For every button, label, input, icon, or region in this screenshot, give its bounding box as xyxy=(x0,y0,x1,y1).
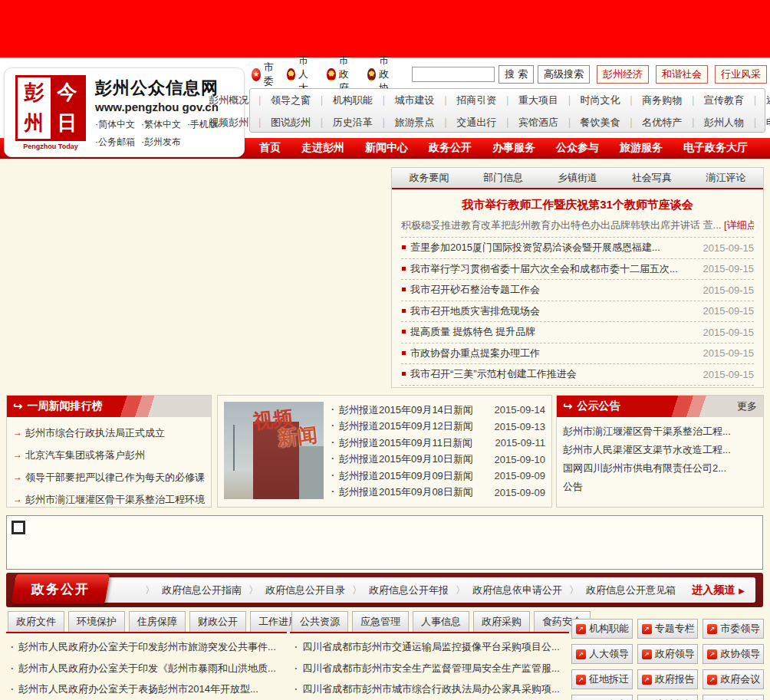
subnav-link[interactable]: 图说彭州 xyxy=(248,116,311,130)
subnav-link[interactable]: 彭州人物 xyxy=(682,116,744,130)
service-link[interactable]: ·彭州发布 xyxy=(141,136,181,147)
subnav-link[interactable]: 招商引资 xyxy=(434,94,496,107)
notice-list-item[interactable]: 国网四川彭州市供电有限责任公司2... xyxy=(563,459,757,478)
main-nav-item[interactable]: 新闻中心 xyxy=(365,141,408,155)
topic-link-economy[interactable]: 彭州经济 xyxy=(597,65,649,84)
notice-list-item[interactable]: 彭州市人民渠灌区支渠节水改造工程... xyxy=(563,441,757,459)
news-tab[interactable]: 部门信息 xyxy=(483,171,523,185)
subnav-link[interactable]: 商务购物 xyxy=(620,94,683,107)
notice-list-item[interactable]: 彭州市湔江堰灌区骨干渠系整治工程... xyxy=(563,422,757,441)
quick-link-button[interactable]: ↗ 人大领导 xyxy=(571,644,633,664)
quick-link-button[interactable]: ↗ 发展规划 xyxy=(571,695,633,700)
subnav-link[interactable]: 述责述廉 xyxy=(744,94,770,107)
main-nav-item[interactable]: 旅游服务 xyxy=(620,141,663,155)
news-list-item[interactable]: 市政协督办重点提案办理工作 2015-09-15 xyxy=(401,343,754,365)
search-button[interactable]: 搜 索 xyxy=(499,65,534,84)
subnav-link[interactable]: 城市建设 xyxy=(373,94,435,107)
service-link[interactable]: ·公务邮箱 xyxy=(95,136,135,147)
main-nav-item[interactable]: 公众参与 xyxy=(556,141,599,155)
quick-link-button[interactable]: ↗ 政府报告 xyxy=(637,669,699,689)
subnav-link[interactable]: 名优特产 xyxy=(620,116,683,130)
enter-channel-link[interactable]: 进入频道 xyxy=(692,583,745,597)
quick-link-button[interactable]: ↗ 征地拆迁 xyxy=(571,669,633,689)
main-nav-item[interactable]: 走进彭州 xyxy=(301,141,344,155)
subnav-link[interactable]: 旅游景点 xyxy=(373,116,435,130)
procurement-list-item[interactable]: 四川省成都市彭州市安全生产监督管理局安全生产监管服... xyxy=(293,658,566,679)
subnav-link[interactable]: 重大项目 xyxy=(496,94,558,107)
quick-link-button[interactable]: ↗ 市委领导 xyxy=(703,619,764,639)
news-list-item[interactable]: 我市召开“三美”示范村创建工作推进会 2015-09-15 xyxy=(401,364,754,386)
video-news-thumbnail[interactable]: 视频 新闻 xyxy=(224,402,324,499)
bottom-tab[interactable]: 人事信息 xyxy=(413,611,469,632)
news-list-item[interactable]: 我市召开地质灾害排危现场会 2015-09-15 xyxy=(401,301,754,323)
subnav-link[interactable]: 机构职能 xyxy=(311,94,373,107)
procurement-list-item[interactable]: 四川省成都市彭州市城市综合行政执法局办公家具采购项... xyxy=(293,679,566,700)
language-link[interactable]: ·繁体中文 xyxy=(141,119,181,130)
bottom-tab[interactable]: 财政公开 xyxy=(189,611,246,632)
gov-link-shiwei[interactable]: ★ 市委 xyxy=(252,61,278,88)
quick-link-button[interactable]: ↗ 政府会议 xyxy=(703,669,764,689)
subnav-link[interactable]: 餐饮美食 xyxy=(558,116,620,130)
site-logo[interactable]: 彭 今 州 日 Pengzhou Today xyxy=(15,75,86,150)
zwgk-link[interactable]: 政府信息公开意见箱 xyxy=(562,583,676,597)
subnav-link[interactable]: 视频彭州 xyxy=(209,116,248,130)
search-input[interactable] xyxy=(412,67,495,82)
zwgk-link[interactable]: 政府信息公开年报 xyxy=(345,583,449,597)
quick-link-button[interactable]: ↗ 计划总结 xyxy=(703,695,764,700)
topic-link-industry[interactable]: 行业风采 xyxy=(715,65,767,84)
video-news-item[interactable]: 彭州报道2015年09月14日新闻 2015-09-14 xyxy=(331,402,545,418)
news-tab[interactable]: 政务要闻 xyxy=(409,171,449,185)
ranking-list-item[interactable]: 彭州市湔江堰灌区骨干渠系整治工程环境... xyxy=(13,488,205,511)
notice-list-item[interactable]: 公告 xyxy=(563,478,757,496)
bottom-tab[interactable]: 政府文件 xyxy=(8,611,64,632)
quick-link-button[interactable]: ↗ 专题专栏 xyxy=(637,619,699,639)
news-list-item[interactable]: 提高质量 提炼特色 提升品牌 2015-09-15 xyxy=(401,322,754,343)
subnav-link[interactable]: 领导之窗 xyxy=(248,94,311,107)
news-list-item[interactable]: 我市举行学习贯彻省委十届六次全会和成都市委十二届五次... 2015-09-15 xyxy=(401,259,754,281)
bottom-tab[interactable]: 公共资源 xyxy=(291,611,348,632)
main-nav-item[interactable]: 电子政务大厅 xyxy=(683,141,748,155)
main-nav-item[interactable]: 办事服务 xyxy=(492,141,535,155)
subnav-link[interactable]: 宣传教育 xyxy=(682,94,744,107)
document-list-item[interactable]: 彭州市人民政府办公室关于印发彭州市旅游突发公共事件... xyxy=(9,636,284,658)
ranking-list-item[interactable]: 彭州市综合行政执法局正式成立 xyxy=(13,422,205,444)
subnav-link[interactable]: 彭州概况 xyxy=(209,94,248,107)
notices-more-link[interactable]: 更多 xyxy=(737,399,757,413)
subnav-link[interactable]: 历史沿革 xyxy=(311,116,373,130)
bottom-tab[interactable]: 应急管理 xyxy=(352,611,409,632)
advanced-search-button[interactable]: 高级搜索 xyxy=(538,65,590,84)
zwgk-link[interactable]: 政府信息公开指南 xyxy=(138,583,242,597)
subnav-link[interactable]: 交通出行 xyxy=(434,116,496,130)
bottom-tab[interactable]: 政府采购 xyxy=(473,611,530,632)
video-news-item[interactable]: 彭州报道2015年09月11日新闻 2015-09-11 xyxy=(331,435,545,451)
top-ad-banner[interactable] xyxy=(0,0,770,58)
zwgk-link[interactable]: 政府信息公开目录 xyxy=(242,583,345,597)
zwgk-link[interactable]: 政府信息依申请公开 xyxy=(449,583,562,597)
quick-link-button[interactable]: ↗ 统计数据 xyxy=(637,695,699,700)
bottom-tab[interactable]: 环境保护 xyxy=(68,611,125,632)
zwgk-title-button[interactable]: 政务公开 xyxy=(12,574,110,603)
detail-link[interactable]: [详细点击] xyxy=(724,219,754,231)
subnav-link[interactable]: 宾馆酒店 xyxy=(496,116,558,130)
news-tab[interactable]: 社会写真 xyxy=(632,171,672,185)
news-tab[interactable]: 乡镇街道 xyxy=(558,171,597,185)
video-news-item[interactable]: 彭州报道2015年09月12日新闻 2015-09-13 xyxy=(331,419,545,435)
quick-link-button[interactable]: ↗ 政协领导 xyxy=(703,644,764,664)
ranking-list-item[interactable]: 领导干部要把严以律己作为每天的必修课 xyxy=(13,466,205,488)
video-news-item[interactable]: 彭州报道2015年09月09日新闻 2015-09-09 xyxy=(331,468,545,484)
main-nav-item[interactable]: 政务公开 xyxy=(429,141,472,155)
headline-link[interactable]: 我市举行教师工作暨庆祝第31个教师节座谈会 xyxy=(392,198,763,212)
quick-link-button[interactable]: ↗ 机构职能 xyxy=(571,619,633,639)
quick-link-button[interactable]: ↗ 政府领导 xyxy=(637,644,699,664)
news-list-item[interactable]: 萱里参加2015厦门国际投资贸易洽谈会暨开展感恩福建... 2015-09-15 xyxy=(401,238,754,259)
document-list-item[interactable]: 彭州市人民政府办公室关于表扬彭州市2014年开放型... xyxy=(9,679,284,700)
subnav-link[interactable]: 时尚文化 xyxy=(558,94,620,107)
news-tab[interactable]: 湔江评论 xyxy=(706,171,746,185)
bottom-tab[interactable]: 住房保障 xyxy=(129,611,186,632)
document-list-item[interactable]: 彭州市人民政府办公室关于印发《彭州市暴雨和山洪地质... xyxy=(9,658,284,679)
topic-link-society[interactable]: 和谐社会 xyxy=(656,65,708,84)
main-nav-item[interactable]: 首页 xyxy=(259,141,281,155)
ranking-list-item[interactable]: 北京汽车集团或将落户彭州 xyxy=(13,444,205,466)
video-news-item[interactable]: 彭州报道2015年09月08日新闻 2015-09-09 xyxy=(331,485,545,501)
video-news-item[interactable]: 彭州报道2015年09月10日新闻 2015-09-10 xyxy=(331,452,545,468)
